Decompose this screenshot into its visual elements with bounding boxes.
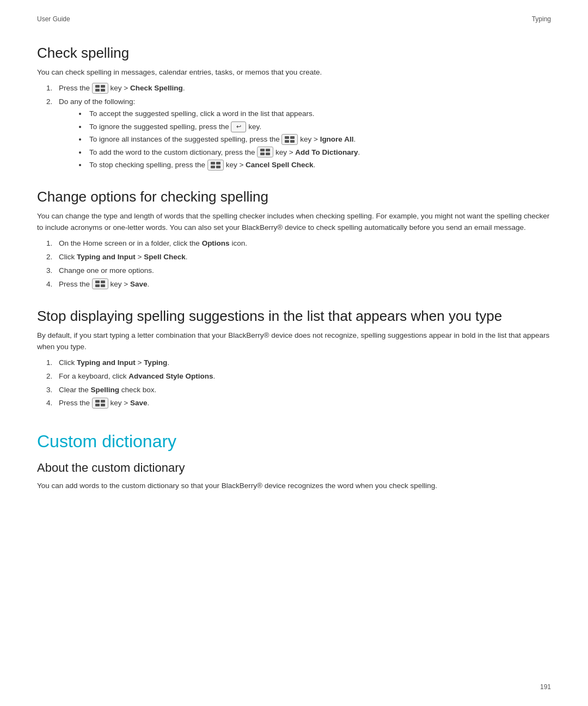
- back-key-icon: ↩: [231, 121, 246, 132]
- stop-displaying-intro: By default, if you start typing a letter…: [37, 330, 551, 353]
- svg-rect-15: [216, 166, 220, 168]
- check-spelling-steps: Press the key > Check Spelling. Do any o…: [54, 83, 551, 171]
- svg-rect-6: [285, 140, 289, 143]
- section-stop-displaying: Stop displaying spelling suggestions in …: [37, 308, 551, 410]
- svg-rect-21: [101, 400, 105, 403]
- sd-step-2: For a keyboard, click Advanced Style Opt…: [54, 371, 551, 382]
- svg-rect-18: [95, 284, 100, 287]
- custom-dictionary-title: Custom dictionary: [37, 431, 551, 452]
- svg-rect-9: [266, 149, 270, 151]
- svg-rect-5: [290, 136, 295, 139]
- sd-step-4: Press the key > Save.: [54, 398, 551, 409]
- bullet-5: To stop checking spelling, press the key…: [87, 159, 551, 171]
- sd-step-1: Click Typing and Input > Typing.: [54, 357, 551, 369]
- sd-step-3: Clear the Spelling check box.: [54, 385, 551, 396]
- page-header: User Guide Typing: [37, 15, 551, 23]
- stop-displaying-steps: Click Typing and Input > Typing. For a k…: [54, 357, 551, 410]
- check-spelling-title: Check spelling: [37, 45, 551, 62]
- header-left: User Guide: [37, 15, 70, 23]
- svg-rect-23: [101, 404, 105, 406]
- svg-rect-17: [101, 281, 105, 283]
- svg-rect-8: [260, 149, 265, 151]
- svg-rect-12: [211, 162, 215, 165]
- change-options-title: Change options for checking spelling: [37, 188, 551, 205]
- step-1: Press the key > Check Spelling.: [54, 83, 551, 94]
- svg-rect-0: [95, 85, 100, 88]
- svg-rect-11: [266, 153, 270, 155]
- page-number: 191: [540, 683, 551, 691]
- svg-rect-3: [101, 89, 105, 92]
- co-step-4: Press the key > Save.: [54, 279, 551, 290]
- stop-displaying-title: Stop displaying spelling suggestions in …: [37, 308, 551, 325]
- svg-rect-1: [101, 85, 105, 88]
- section-custom-dictionary: Custom dictionary About the custom dicti…: [37, 431, 551, 492]
- svg-rect-4: [285, 136, 289, 139]
- bb-menu-key-3: [257, 147, 273, 157]
- svg-rect-7: [290, 140, 295, 143]
- change-options-intro: You can change the type and length of wo…: [37, 211, 551, 234]
- about-custom-body: You can add words to the custom dictiona…: [37, 480, 551, 492]
- svg-rect-22: [95, 404, 100, 406]
- page-container: User Guide Typing Check spelling You can…: [0, 0, 588, 706]
- svg-rect-19: [101, 284, 105, 287]
- bb-menu-key-4: [207, 160, 224, 171]
- subsection-about-custom: About the custom dictionary You can add …: [37, 461, 551, 492]
- section-change-options: Change options for checking spelling You…: [37, 188, 551, 290]
- about-custom-title: About the custom dictionary: [37, 461, 551, 475]
- change-options-steps: On the Home screen or in a folder, click…: [54, 238, 551, 290]
- bullet-3: To ignore all instances of the suggested…: [87, 133, 551, 145]
- step-2-bullets: To accept the suggested spelling, click …: [87, 108, 551, 171]
- svg-rect-13: [216, 162, 220, 165]
- co-step-1: On the Home screen or in a folder, click…: [54, 238, 551, 249]
- svg-rect-2: [95, 89, 100, 92]
- section-check-spelling: Check spelling You can check spelling in…: [37, 45, 551, 171]
- header-right: Typing: [532, 15, 551, 23]
- bullet-1: To accept the suggested spelling, click …: [87, 108, 551, 120]
- co-step-3: Change one or more options.: [54, 265, 551, 277]
- bullet-4: To add the word to the custom dictionary…: [87, 147, 551, 159]
- bb-menu-key-6: [92, 398, 108, 409]
- bb-menu-key-1: [92, 83, 108, 94]
- bullet-2: To ignore the suggested spelling, press …: [87, 121, 551, 133]
- check-spelling-intro: You can check spelling in messages, cale…: [37, 67, 551, 78]
- bb-menu-key-2: [281, 134, 298, 145]
- svg-rect-16: [95, 281, 100, 283]
- co-step-2: Click Typing and Input > Spell Check.: [54, 252, 551, 263]
- bb-menu-key-5: [92, 278, 108, 289]
- svg-rect-14: [211, 166, 215, 168]
- step-2: Do any of the following: To accept the s…: [54, 96, 551, 171]
- svg-rect-10: [260, 153, 265, 155]
- svg-rect-20: [95, 400, 100, 403]
